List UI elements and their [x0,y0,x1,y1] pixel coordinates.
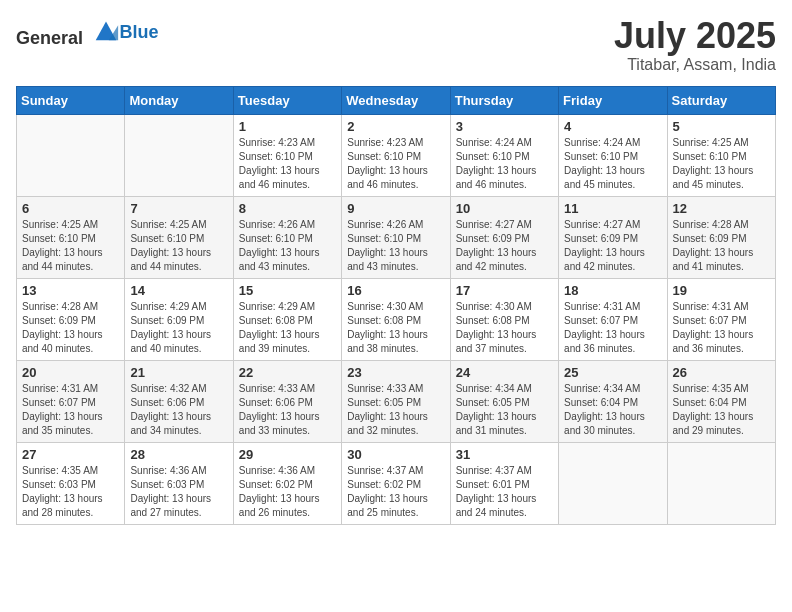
calendar-week-1: 1Sunrise: 4:23 AM Sunset: 6:10 PM Daylig… [17,114,776,196]
calendar-cell: 13Sunrise: 4:28 AM Sunset: 6:09 PM Dayli… [17,278,125,360]
calendar-cell: 17Sunrise: 4:30 AM Sunset: 6:08 PM Dayli… [450,278,558,360]
day-info: Sunrise: 4:33 AM Sunset: 6:06 PM Dayligh… [239,382,336,438]
day-info: Sunrise: 4:31 AM Sunset: 6:07 PM Dayligh… [564,300,661,356]
logo-icon [92,16,120,44]
day-info: Sunrise: 4:32 AM Sunset: 6:06 PM Dayligh… [130,382,227,438]
calendar-cell: 4Sunrise: 4:24 AM Sunset: 6:10 PM Daylig… [559,114,667,196]
day-info: Sunrise: 4:29 AM Sunset: 6:09 PM Dayligh… [130,300,227,356]
calendar-cell: 24Sunrise: 4:34 AM Sunset: 6:05 PM Dayli… [450,360,558,442]
day-number: 21 [130,365,227,380]
calendar-week-3: 13Sunrise: 4:28 AM Sunset: 6:09 PM Dayli… [17,278,776,360]
calendar-cell: 27Sunrise: 4:35 AM Sunset: 6:03 PM Dayli… [17,442,125,524]
calendar-cell: 14Sunrise: 4:29 AM Sunset: 6:09 PM Dayli… [125,278,233,360]
calendar-cell: 8Sunrise: 4:26 AM Sunset: 6:10 PM Daylig… [233,196,341,278]
day-number: 11 [564,201,661,216]
day-number: 2 [347,119,444,134]
month-year-title: July 2025 [614,16,776,56]
day-number: 23 [347,365,444,380]
calendar-cell: 5Sunrise: 4:25 AM Sunset: 6:10 PM Daylig… [667,114,775,196]
calendar-cell: 25Sunrise: 4:34 AM Sunset: 6:04 PM Dayli… [559,360,667,442]
day-info: Sunrise: 4:36 AM Sunset: 6:02 PM Dayligh… [239,464,336,520]
day-info: Sunrise: 4:33 AM Sunset: 6:05 PM Dayligh… [347,382,444,438]
title-block: July 2025 Titabar, Assam, India [614,16,776,74]
calendar-cell [559,442,667,524]
day-info: Sunrise: 4:37 AM Sunset: 6:02 PM Dayligh… [347,464,444,520]
calendar-cell: 6Sunrise: 4:25 AM Sunset: 6:10 PM Daylig… [17,196,125,278]
day-info: Sunrise: 4:23 AM Sunset: 6:10 PM Dayligh… [347,136,444,192]
weekday-header-wednesday: Wednesday [342,86,450,114]
day-number: 19 [673,283,770,298]
day-info: Sunrise: 4:37 AM Sunset: 6:01 PM Dayligh… [456,464,553,520]
day-info: Sunrise: 4:34 AM Sunset: 6:04 PM Dayligh… [564,382,661,438]
day-number: 17 [456,283,553,298]
day-number: 25 [564,365,661,380]
day-info: Sunrise: 4:30 AM Sunset: 6:08 PM Dayligh… [347,300,444,356]
calendar-cell: 7Sunrise: 4:25 AM Sunset: 6:10 PM Daylig… [125,196,233,278]
calendar-week-2: 6Sunrise: 4:25 AM Sunset: 6:10 PM Daylig… [17,196,776,278]
calendar-cell: 10Sunrise: 4:27 AM Sunset: 6:09 PM Dayli… [450,196,558,278]
calendar-cell: 12Sunrise: 4:28 AM Sunset: 6:09 PM Dayli… [667,196,775,278]
calendar-cell [17,114,125,196]
day-info: Sunrise: 4:26 AM Sunset: 6:10 PM Dayligh… [347,218,444,274]
day-number: 9 [347,201,444,216]
day-number: 8 [239,201,336,216]
day-info: Sunrise: 4:29 AM Sunset: 6:08 PM Dayligh… [239,300,336,356]
calendar-cell: 28Sunrise: 4:36 AM Sunset: 6:03 PM Dayli… [125,442,233,524]
calendar-table: SundayMondayTuesdayWednesdayThursdayFrid… [16,86,776,525]
calendar-cell: 29Sunrise: 4:36 AM Sunset: 6:02 PM Dayli… [233,442,341,524]
calendar-week-5: 27Sunrise: 4:35 AM Sunset: 6:03 PM Dayli… [17,442,776,524]
weekday-header-friday: Friday [559,86,667,114]
calendar-header-row: SundayMondayTuesdayWednesdayThursdayFrid… [17,86,776,114]
day-info: Sunrise: 4:28 AM Sunset: 6:09 PM Dayligh… [22,300,119,356]
calendar-cell: 26Sunrise: 4:35 AM Sunset: 6:04 PM Dayli… [667,360,775,442]
page-header: General Blue July 2025 Titabar, Assam, I… [16,16,776,74]
day-number: 24 [456,365,553,380]
day-number: 30 [347,447,444,462]
day-number: 22 [239,365,336,380]
calendar-cell: 21Sunrise: 4:32 AM Sunset: 6:06 PM Dayli… [125,360,233,442]
day-number: 1 [239,119,336,134]
day-number: 16 [347,283,444,298]
day-number: 7 [130,201,227,216]
weekday-header-sunday: Sunday [17,86,125,114]
day-info: Sunrise: 4:27 AM Sunset: 6:09 PM Dayligh… [564,218,661,274]
day-number: 15 [239,283,336,298]
day-number: 6 [22,201,119,216]
calendar-cell: 15Sunrise: 4:29 AM Sunset: 6:08 PM Dayli… [233,278,341,360]
calendar-cell: 1Sunrise: 4:23 AM Sunset: 6:10 PM Daylig… [233,114,341,196]
day-info: Sunrise: 4:26 AM Sunset: 6:10 PM Dayligh… [239,218,336,274]
day-info: Sunrise: 4:27 AM Sunset: 6:09 PM Dayligh… [456,218,553,274]
day-info: Sunrise: 4:35 AM Sunset: 6:03 PM Dayligh… [22,464,119,520]
calendar-cell: 2Sunrise: 4:23 AM Sunset: 6:10 PM Daylig… [342,114,450,196]
day-info: Sunrise: 4:25 AM Sunset: 6:10 PM Dayligh… [130,218,227,274]
day-info: Sunrise: 4:34 AM Sunset: 6:05 PM Dayligh… [456,382,553,438]
day-info: Sunrise: 4:25 AM Sunset: 6:10 PM Dayligh… [673,136,770,192]
day-number: 26 [673,365,770,380]
day-info: Sunrise: 4:24 AM Sunset: 6:10 PM Dayligh… [564,136,661,192]
day-number: 5 [673,119,770,134]
day-number: 14 [130,283,227,298]
day-info: Sunrise: 4:35 AM Sunset: 6:04 PM Dayligh… [673,382,770,438]
calendar-cell: 20Sunrise: 4:31 AM Sunset: 6:07 PM Dayli… [17,360,125,442]
day-number: 12 [673,201,770,216]
day-info: Sunrise: 4:36 AM Sunset: 6:03 PM Dayligh… [130,464,227,520]
day-number: 3 [456,119,553,134]
calendar-cell: 3Sunrise: 4:24 AM Sunset: 6:10 PM Daylig… [450,114,558,196]
weekday-header-saturday: Saturday [667,86,775,114]
location-subtitle: Titabar, Assam, India [614,56,776,74]
calendar-week-4: 20Sunrise: 4:31 AM Sunset: 6:07 PM Dayli… [17,360,776,442]
day-number: 20 [22,365,119,380]
weekday-header-thursday: Thursday [450,86,558,114]
day-number: 13 [22,283,119,298]
day-number: 18 [564,283,661,298]
day-number: 10 [456,201,553,216]
calendar-cell [125,114,233,196]
day-number: 28 [130,447,227,462]
calendar-cell: 30Sunrise: 4:37 AM Sunset: 6:02 PM Dayli… [342,442,450,524]
calendar-cell: 18Sunrise: 4:31 AM Sunset: 6:07 PM Dayli… [559,278,667,360]
weekday-header-tuesday: Tuesday [233,86,341,114]
day-number: 27 [22,447,119,462]
logo-blue-text: Blue [120,22,159,42]
calendar-cell: 11Sunrise: 4:27 AM Sunset: 6:09 PM Dayli… [559,196,667,278]
logo-general-text: General [16,28,83,48]
